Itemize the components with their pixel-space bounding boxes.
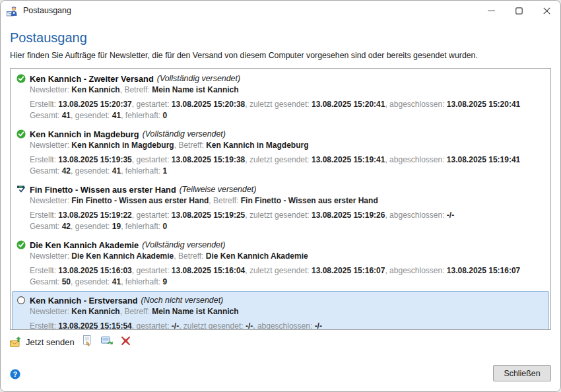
send-now-label: Jetzt senden [26,337,75,347]
detail-label: Newsletter: [30,196,71,205]
svg-text:?: ? [13,370,17,378]
close-button[interactable] [533,1,560,20]
detail-value: 13.08.2025 15:16:07 [447,266,520,275]
detail-value: 13.08.2025 15:16:04 [172,266,245,275]
detail-label: Erstellt: [30,321,58,330]
job-timestamps-line: Erstellt: 13.08.2025 15:16:03, gestartet… [30,265,544,277]
detail-value: -/- [172,321,179,330]
job-row[interactable]: Ken Kannich in Magdeburg (Vollständig ve… [12,125,549,180]
page-subtitle: Hier finden Sie Aufträge für Newsletter,… [10,51,551,60]
detail-value: 1 [163,166,168,176]
detail-value: 41 [112,277,121,286]
detail-label: fehlerhaft: [125,222,163,231]
document-hand-button[interactable] [82,337,94,348]
detail-label: Gesamt: [30,111,62,120]
delete-x-button[interactable] [120,337,132,348]
job-row-selected[interactable]: Ken Kannich - Erstversand (Noch nicht ve… [12,291,549,330]
detail-label: fehlerhaft: [125,277,163,286]
detail-label: gesendet: [75,111,112,120]
detail-separator: , [209,196,213,205]
detail-separator: , [253,321,257,330]
detail-label: abgeschlossen: [389,100,447,109]
job-counts-line: Gesamt: 50, gesendet: 41, fehlerhaft: 9 [30,277,544,288]
detail-label: Newsletter: [30,251,71,261]
minimize-button[interactable] [477,1,505,20]
job-row[interactable]: Ken Kannich - Zweiter Versand (Vollständ… [12,69,549,125]
detail-value: 13.08.2025 15:19:35 [58,155,131,164]
job-status-text: (Vollständig versendet) [142,240,225,249]
detail-value: 42 [62,166,71,176]
detail-value: 42 [62,222,71,231]
outbox-toolbar: Jetzt senden [10,335,551,348]
detail-label: Betreff: [178,141,206,150]
partial-check-icon [16,185,26,194]
detail-label: abgeschlossen: [389,211,447,220]
job-counts-line: Gesamt: 41, gesendet: 41, fehlerhaft: 0 [30,110,544,121]
job-newsletter-line: Newsletter: Ken Kannich in Magdeburg, Be… [30,140,544,151]
detail-value: Ken Kannich [71,307,119,316]
job-timestamps-line: Erstellt: 13.08.2025 15:15:54, gestartet… [30,321,544,330]
detail-value: 41 [112,111,121,120]
detail-value: Mein Name ist Kannich [152,307,238,316]
detail-separator: , [71,277,75,286]
detail-value: 13.08.2025 15:16:07 [312,266,385,275]
detail-value: 50 [62,277,71,286]
job-newsletter-line: Newsletter: Ken Kannich, Betreff: Mein N… [30,306,544,317]
send-now-button[interactable]: Jetzt senden [10,337,75,348]
detail-value: 13.08.2025 15:20:38 [172,100,245,109]
maximize-button[interactable] [505,1,533,20]
detail-label: Gesamt: [30,277,62,286]
detail-separator: , [174,251,178,261]
detail-separator: , [121,277,125,286]
job-row[interactable]: Die Ken Kannich Akademie (Vollständig ve… [12,236,549,291]
detail-label: Erstellt: [30,100,58,109]
job-timestamps-line: Erstellt: 13.08.2025 15:19:22, gestartet… [30,210,544,221]
detail-separator: , [121,166,125,176]
detail-value: -/- [447,211,454,220]
detail-label: Erstellt: [30,266,58,275]
detail-label: abgeschlossen: [389,266,447,275]
help-question-icon[interactable]: ? [10,369,20,379]
detail-value: 13.08.2025 15:15:54 [58,321,131,330]
document-hand-icon [82,335,93,349]
detail-value: Ken Kannich in Magdeburg [71,141,174,150]
job-title: Ken Kannich - Zweiter Versand [30,74,154,84]
detail-value: 13.08.2025 15:19:38 [172,155,245,164]
screen-refresh-button[interactable] [101,337,113,348]
send-now-envelope-icon [10,337,22,348]
window-controls [477,1,560,20]
detail-label: gestartet: [136,321,171,330]
detail-label: Newsletter: [30,85,71,94]
job-counts-line: Gesamt: 42, gesendet: 19, fehlerhaft: 0 [30,221,544,232]
job-title: Ken Kannich - Erstversand [30,296,138,306]
detail-value: Die Ken Kannich Akademie [71,251,174,261]
job-status-text: (Vollständig versendet) [143,129,226,139]
job-row[interactable]: Fin Finetto - Wissen aus erster Hand (Te… [12,180,549,236]
postausgang-window: Postausgang Postausgang Hier finden Sie … [0,0,561,392]
detail-separator: , [121,222,125,231]
job-status-text: (Noch nicht versendet) [141,296,224,305]
toolbar-icon-group [75,337,132,348]
outbox-job-list[interactable]: Ken Kannich - Zweiter Versand (Vollständ… [10,68,551,330]
detail-label: Betreff: [178,251,206,261]
check-circle-icon [16,129,26,139]
empty-circle-icon [16,296,26,305]
close-dialog-button[interactable]: Schließen [493,365,551,381]
detail-label: Gesamt: [30,222,62,231]
job-title: Die Ken Kannich Akademie [30,240,139,250]
job-newsletter-line: Newsletter: Fin Finetto - Wissen aus ers… [30,195,544,207]
detail-label: gesendet: [75,222,112,231]
detail-value: 13.08.2025 15:19:41 [447,155,520,164]
detail-label: zuletzt gesendet: [183,321,246,330]
detail-value: -/- [246,321,253,330]
detail-separator: , [245,266,249,275]
detail-label: Newsletter: [30,141,71,150]
delete-x-icon [121,336,131,348]
dialog-footer: ? Schließen [10,365,551,391]
detail-value: 41 [62,111,71,120]
detail-label: Erstellt: [30,155,58,164]
detail-label: gesendet: [75,166,112,176]
detail-label: zuletzt gesendet: [249,266,312,275]
detail-value: 0 [163,222,168,231]
detail-label: gestartet: [136,155,171,164]
